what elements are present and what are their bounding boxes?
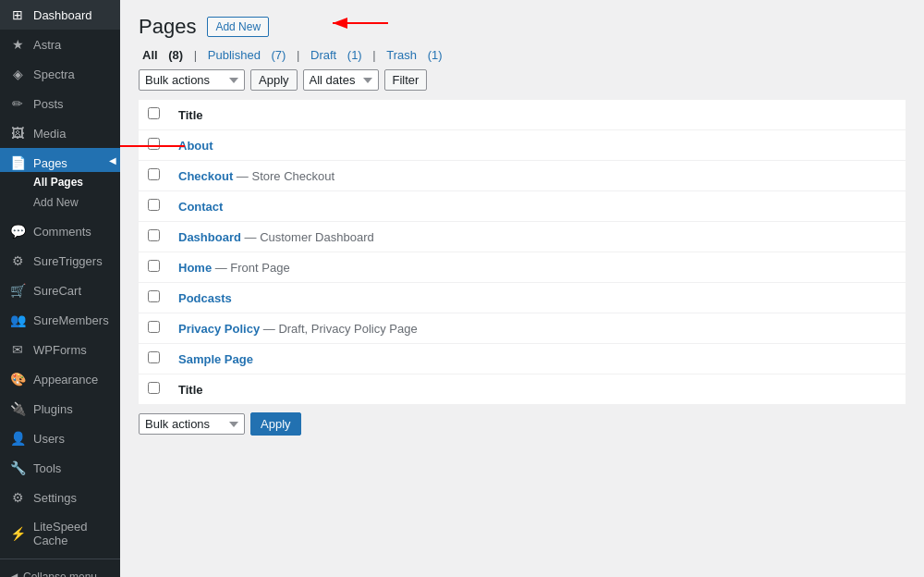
page-link-checkout[interactable]: Checkout xyxy=(178,169,233,183)
title-column-header: Title xyxy=(169,100,906,130)
sidebar-item-posts[interactable]: ✏ Posts xyxy=(0,89,120,118)
filter-links: All (8) | Published (7) | Draft (1) | Tr… xyxy=(139,48,906,62)
sidebar-item-label: Spectra xyxy=(33,68,75,81)
sidebar-item-label: Comments xyxy=(33,225,91,239)
table-row: Privacy Policy — Draft, Privacy Policy P… xyxy=(139,313,906,344)
sidebar-item-label: SureCart xyxy=(33,284,81,298)
posts-icon: ✏ xyxy=(9,96,26,111)
sidebar: ⊞ Dashboard ★ Astra ◈ Spectra ✏ Posts 🖼 … xyxy=(0,0,120,577)
wpforms-icon: ✉ xyxy=(9,342,26,357)
sidebar-item-label: Settings xyxy=(33,491,77,505)
sidebar-item-label: Plugins xyxy=(33,402,73,416)
sidebar-item-comments[interactable]: 💬 Comments xyxy=(0,216,120,246)
collapse-menu-button[interactable]: ◀ Collapse menu xyxy=(0,563,120,577)
sidebar-item-label: Pages xyxy=(33,156,67,170)
suremembers-icon: 👥 xyxy=(9,313,26,327)
sidebar-item-media[interactable]: 🖼 Media xyxy=(0,118,120,148)
table-row: Sample Page xyxy=(139,344,906,374)
sidebar-item-suretriggers[interactable]: ⚙ SureTriggers xyxy=(0,246,120,276)
page-link-home[interactable]: Home xyxy=(178,261,212,275)
main-content: Pages Add New All (8) | Published (7) xyxy=(120,0,924,577)
add-new-button[interactable]: Add New xyxy=(207,17,269,37)
appearance-icon: 🎨 xyxy=(9,372,26,387)
pages-submenu: All Pages Add New xyxy=(0,172,120,216)
top-bulk-actions-select[interactable]: Bulk actions Edit Move to Trash xyxy=(139,69,245,91)
sidebar-item-label: Media xyxy=(33,127,66,141)
sidebar-item-suremembers[interactable]: 👥 SureMembers xyxy=(0,305,120,335)
row-checkbox-4[interactable] xyxy=(148,260,160,272)
sidebar-item-wpforms[interactable]: ✉ WPForms xyxy=(0,335,120,364)
top-apply-button[interactable]: Apply xyxy=(250,69,298,91)
row-checkbox-3[interactable] xyxy=(148,229,160,241)
row-checkbox-2[interactable] xyxy=(148,199,160,211)
sidebar-item-litespeed[interactable]: ⚡ LiteSpeed Cache xyxy=(0,512,120,555)
table-bottom-header-row: Title xyxy=(139,374,906,405)
sidebar-item-label: Posts xyxy=(33,97,64,111)
sidebar-item-label: Tools xyxy=(33,461,61,475)
page-desc: — Draft, Privacy Policy Page xyxy=(260,322,418,336)
page-link-sample-page[interactable]: Sample Page xyxy=(178,352,253,366)
row-checkbox-6[interactable] xyxy=(148,321,160,333)
filter-all[interactable]: All (8) xyxy=(139,48,190,62)
sidebar-item-tools[interactable]: 🔧 Tools xyxy=(0,453,120,483)
suretriggers-icon: ⚙ xyxy=(9,253,26,268)
table-header-row: Title xyxy=(139,100,906,130)
sidebar-item-dashboard[interactable]: ⊞ Dashboard xyxy=(0,0,120,30)
media-icon: 🖼 xyxy=(9,126,26,141)
sidebar-item-spectra[interactable]: ◈ Spectra xyxy=(0,59,120,89)
collapse-icon: ◀ xyxy=(9,571,18,577)
spectra-icon: ◈ xyxy=(9,67,26,81)
page-link-podcasts[interactable]: Podcasts xyxy=(178,291,232,305)
row-checkbox-5[interactable] xyxy=(148,290,160,302)
sidebar-item-label: SureMembers xyxy=(33,313,109,327)
row-checkbox-7[interactable] xyxy=(148,351,160,363)
bottom-bulk-filter-row: Bulk actions Edit Move to Trash Apply xyxy=(139,412,906,436)
sidebar-item-users[interactable]: 👤 Users xyxy=(0,424,120,453)
red-arrow-sidebar-add-new xyxy=(120,137,194,155)
sidebar-item-pages[interactable]: 📄 Pages ◀ xyxy=(0,148,120,172)
sidebar-divider xyxy=(0,559,120,559)
all-dates-select[interactable]: All dates xyxy=(303,69,379,91)
sidebar-item-settings[interactable]: ⚙ Settings xyxy=(0,483,120,512)
table-row: Home — Front Page xyxy=(139,252,906,283)
plugins-icon: 🔌 xyxy=(9,401,26,416)
bottom-bulk-actions-select[interactable]: Bulk actions Edit Move to Trash xyxy=(139,413,245,435)
sidebar-item-label: WPForms xyxy=(33,343,87,357)
surecart-icon: 🛒 xyxy=(9,283,26,298)
sidebar-item-astra[interactable]: ★ Astra xyxy=(0,30,120,59)
filter-button[interactable]: Filter xyxy=(384,69,428,91)
sidebar-item-label: Appearance xyxy=(33,373,98,387)
tools-icon: 🔧 xyxy=(9,460,26,475)
sidebar-item-label: Dashboard xyxy=(33,8,92,22)
page-header: Pages Add New xyxy=(139,15,906,39)
collapse-label: Collapse menu xyxy=(23,571,97,577)
sidebar-sub-add-new[interactable]: Add New xyxy=(33,192,111,213)
sidebar-item-appearance[interactable]: 🎨 Appearance xyxy=(0,364,120,394)
sidebar-item-label: Astra xyxy=(33,38,61,52)
pages-icon: 📄 xyxy=(9,155,26,170)
sidebar-item-label: LiteSpeed Cache xyxy=(33,520,111,547)
pages-table: Title AboutCheckout — Store CheckoutCont… xyxy=(139,100,906,405)
comments-icon: 💬 xyxy=(9,224,26,239)
page-link-privacy-policy[interactable]: Privacy Policy xyxy=(178,322,260,336)
sidebar-item-surecart[interactable]: 🛒 SureCart xyxy=(0,276,120,305)
select-all-checkbox[interactable] xyxy=(148,107,160,119)
astra-icon: ★ xyxy=(9,37,26,52)
filter-draft[interactable]: Draft (1) xyxy=(307,48,369,62)
filter-published[interactable]: Published (7) xyxy=(204,48,293,62)
red-arrow-add-new xyxy=(323,9,397,37)
sidebar-item-plugins[interactable]: 🔌 Plugins xyxy=(0,394,120,424)
settings-icon: ⚙ xyxy=(9,490,26,505)
select-all-bottom-checkbox[interactable] xyxy=(148,382,160,394)
sidebar-sub-all-pages[interactable]: All Pages xyxy=(33,172,111,192)
filter-trash[interactable]: Trash (1) xyxy=(383,48,445,62)
page-link-dashboard[interactable]: Dashboard xyxy=(178,230,241,244)
page-title: Pages xyxy=(139,15,196,39)
row-checkbox-1[interactable] xyxy=(148,168,160,180)
users-icon: 👤 xyxy=(9,431,26,446)
title-bottom-column-header: Title xyxy=(169,374,906,405)
bottom-apply-button[interactable]: Apply xyxy=(250,412,301,436)
page-desc: — Store Checkout xyxy=(233,169,334,183)
page-link-contact[interactable]: Contact xyxy=(178,200,223,214)
table-row: Podcasts xyxy=(139,283,906,313)
